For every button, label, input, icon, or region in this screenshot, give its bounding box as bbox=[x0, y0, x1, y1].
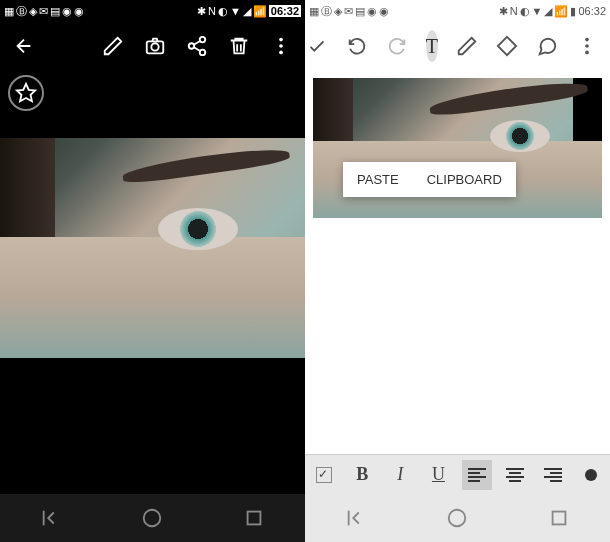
more-icon[interactable] bbox=[269, 34, 293, 58]
comment-icon[interactable] bbox=[536, 34, 558, 58]
bold-button[interactable]: B bbox=[347, 460, 377, 490]
status-right-icons: ✱N◐▼◢📶▮ 06:32 bbox=[499, 5, 606, 18]
svg-point-7 bbox=[279, 51, 283, 55]
svg-point-4 bbox=[200, 50, 206, 55]
favorite-button[interactable] bbox=[8, 75, 44, 111]
gallery-screen: ▦Ⓑ◈✉▤◉◉ ✱N◐▼◢📶 06:32 bbox=[0, 0, 305, 542]
nav-home-button[interactable] bbox=[136, 502, 168, 534]
svg-point-1 bbox=[151, 43, 158, 50]
svg-point-14 bbox=[449, 510, 466, 527]
bullet-button[interactable] bbox=[576, 460, 606, 490]
checklist-button[interactable] bbox=[309, 460, 339, 490]
text-tool-button[interactable]: T bbox=[426, 30, 438, 62]
note-image[interactable] bbox=[313, 78, 602, 218]
note-editor-screen: ▦Ⓑ◈✉▤◉◉ ✱N◐▼◢📶▮ 06:32 T bbox=[305, 0, 610, 542]
svg-rect-10 bbox=[248, 512, 261, 525]
nav-home-button[interactable] bbox=[441, 502, 473, 534]
status-left-icons: ▦Ⓑ◈✉▤◉◉ bbox=[4, 4, 84, 19]
svg-point-9 bbox=[144, 510, 161, 527]
delete-icon[interactable] bbox=[227, 34, 251, 58]
status-right-icons: ✱N◐▼◢📶 06:32 bbox=[197, 5, 301, 18]
more-icon[interactable] bbox=[576, 34, 598, 58]
photo-viewport[interactable] bbox=[0, 138, 305, 358]
nav-recent-button[interactable] bbox=[238, 502, 270, 534]
svg-rect-15 bbox=[553, 512, 566, 525]
share-icon[interactable] bbox=[185, 34, 209, 58]
align-center-button[interactable] bbox=[500, 460, 530, 490]
svg-marker-8 bbox=[17, 84, 35, 101]
pen-tool-icon[interactable] bbox=[456, 34, 478, 58]
back-button[interactable] bbox=[12, 34, 36, 58]
status-bar: ▦Ⓑ◈✉▤◉◉ ✱N◐▼◢📶▮ 06:32 bbox=[305, 0, 610, 22]
align-left-button[interactable] bbox=[462, 460, 492, 490]
nav-recent-button[interactable] bbox=[543, 502, 575, 534]
redo-icon[interactable] bbox=[386, 34, 408, 58]
status-clock: 06:32 bbox=[578, 5, 606, 17]
clipboard-button[interactable]: CLIPBOARD bbox=[413, 162, 516, 197]
underline-button[interactable]: U bbox=[423, 460, 453, 490]
photo-content bbox=[0, 138, 305, 358]
system-nav-bar bbox=[305, 494, 610, 542]
edit-icon[interactable] bbox=[101, 34, 125, 58]
note-image-content bbox=[313, 78, 602, 218]
italic-button[interactable]: I bbox=[385, 460, 415, 490]
svg-point-6 bbox=[279, 44, 283, 48]
align-right-button[interactable] bbox=[538, 460, 568, 490]
svg-point-2 bbox=[200, 37, 206, 43]
camera-icon[interactable] bbox=[143, 34, 167, 58]
confirm-button[interactable] bbox=[306, 34, 328, 58]
svg-point-3 bbox=[189, 43, 195, 49]
format-toolbar: B I U bbox=[305, 454, 610, 494]
system-nav-bar bbox=[0, 494, 305, 542]
svg-point-12 bbox=[585, 44, 589, 48]
svg-point-5 bbox=[279, 38, 283, 42]
gallery-toolbar bbox=[0, 22, 305, 70]
editor-toolbar: T bbox=[305, 22, 610, 70]
context-menu: PASTE CLIPBOARD bbox=[343, 162, 516, 197]
nav-back-button[interactable] bbox=[35, 502, 67, 534]
svg-point-13 bbox=[585, 51, 589, 55]
status-bar: ▦Ⓑ◈✉▤◉◉ ✱N◐▼◢📶 06:32 bbox=[0, 0, 305, 22]
eraser-icon[interactable] bbox=[496, 34, 518, 58]
undo-icon[interactable] bbox=[346, 34, 368, 58]
paste-button[interactable]: PASTE bbox=[343, 162, 413, 197]
status-clock: 06:32 bbox=[269, 5, 301, 17]
nav-back-button[interactable] bbox=[340, 502, 372, 534]
status-left-icons: ▦Ⓑ◈✉▤◉◉ bbox=[309, 4, 389, 19]
svg-point-11 bbox=[585, 38, 589, 42]
